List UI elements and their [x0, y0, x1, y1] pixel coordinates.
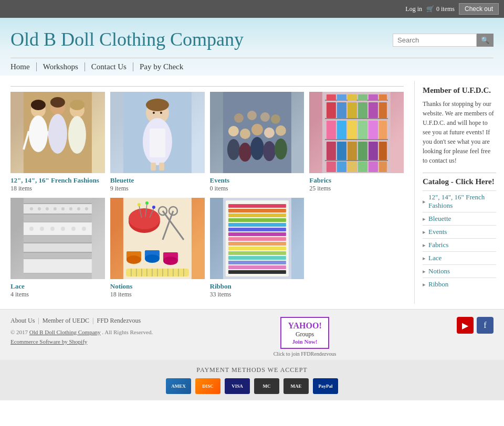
svg-point-76 — [38, 207, 41, 210]
sidebar-link-bleuette[interactable]: Bleuette — [428, 215, 451, 223]
svg-point-33 — [247, 111, 256, 120]
svg-rect-48 — [358, 102, 368, 118]
product-img-bleuette[interactable] — [110, 92, 205, 173]
svg-rect-72 — [24, 203, 92, 215]
sidebar-link-fabrics[interactable]: Fabrics — [428, 241, 448, 249]
svg-rect-146 — [228, 261, 286, 264]
cart-count: 0 items — [436, 5, 455, 13]
checkout-button[interactable]: Check out — [459, 3, 499, 15]
svg-rect-47 — [348, 102, 357, 118]
product-img-notions[interactable] — [110, 198, 205, 279]
svg-rect-138 — [228, 223, 286, 227]
footer-social: ▶ f — [457, 317, 494, 334]
product-title-ribbon[interactable]: Ribbon — [210, 282, 232, 290]
svg-point-102 — [138, 203, 141, 206]
member-uedc-link[interactable]: Member of UEDC — [43, 317, 89, 325]
svg-point-31 — [274, 139, 287, 159]
footer-rights: . All Rights Reserved. — [102, 329, 153, 335]
svg-point-79 — [61, 207, 65, 210]
svg-point-27 — [250, 137, 264, 160]
svg-rect-144 — [228, 251, 286, 255]
svg-point-16 — [146, 99, 169, 111]
footer-yahoo[interactable]: YAHOO! Groups Join Now! Click to join FF… — [274, 317, 337, 357]
product-title-french-fashions[interactable]: 12", 14", 16" French Fashions — [10, 176, 99, 184]
footer-copyright: © 2017 Old B Doll Clothing Company . All… — [10, 328, 153, 346]
visa-card: VISA — [225, 378, 250, 394]
svg-rect-136 — [228, 214, 286, 217]
footer-company-link[interactable]: Old B Doll Clothing Company — [29, 329, 101, 335]
svg-rect-67 — [348, 162, 357, 172]
product-title-lace[interactable]: Lace — [10, 282, 25, 290]
svg-rect-139 — [228, 228, 286, 231]
nav-workshops[interactable]: Workshops — [37, 62, 85, 71]
svg-rect-95 — [24, 258, 92, 274]
search-button[interactable]: 🔍 — [477, 34, 494, 47]
payment-icons: AMEX DISC VISA MC MAE PayPal — [10, 378, 494, 394]
sidebar-link-events[interactable]: Events — [428, 228, 447, 236]
ecommerce-link[interactable]: Ecommerce Software by Shopify — [10, 338, 87, 345]
ffd-rendezvous-link[interactable]: FFD Rendezvous — [97, 317, 141, 325]
svg-point-75 — [30, 207, 33, 210]
sidebar-link-french-fashions[interactable]: 12", 14", 16" French Fashions — [428, 193, 496, 210]
product-title-fabrics[interactable]: Fabrics — [309, 176, 331, 184]
product-img-lace[interactable] — [10, 198, 105, 279]
svg-rect-50 — [379, 102, 387, 118]
login-link[interactable]: Log in — [405, 5, 422, 13]
footer-links-row: About Us | Member of UEDC | FFD Rendezvo… — [10, 317, 153, 325]
sidebar-catalog-item-bleuette: Bleuette — [423, 212, 496, 225]
svg-point-82 — [85, 207, 88, 210]
search-input[interactable] — [393, 34, 477, 47]
svg-rect-145 — [228, 256, 286, 260]
svg-rect-40 — [348, 94, 357, 101]
svg-rect-137 — [228, 218, 286, 222]
top-bar: Log in 🛒 0 items Check out — [0, 0, 504, 18]
product-title-notions[interactable]: Notions — [110, 282, 133, 290]
product-item-lace: Lace 4 items — [10, 198, 105, 299]
about-us-link[interactable]: About Us — [10, 317, 35, 325]
svg-rect-20 — [159, 163, 164, 171]
yahoo-label: YAHOO! — [288, 321, 321, 331]
product-img-french-fashions[interactable] — [10, 92, 105, 173]
svg-rect-94 — [24, 252, 92, 253]
svg-rect-60 — [337, 142, 346, 160]
footer: About Us | Member of UEDC | FFD Rendezvo… — [0, 309, 504, 360]
content-divider — [10, 86, 404, 87]
sidebar-link-lace[interactable]: Lace — [428, 254, 442, 262]
svg-point-106 — [152, 206, 155, 209]
sidebar-link-ribbon[interactable]: Ribbon — [428, 280, 448, 289]
product-title-bleuette[interactable]: Bleuette — [110, 176, 134, 184]
svg-rect-52 — [327, 121, 336, 139]
nav-contact[interactable]: Contact Us — [85, 62, 133, 71]
product-count-fabrics: 25 items — [309, 185, 404, 193]
product-img-fabrics[interactable] — [309, 92, 404, 173]
product-img-ribbon[interactable] — [210, 198, 304, 279]
product-img-events[interactable] — [210, 92, 304, 173]
facebook-icon[interactable]: f — [477, 317, 494, 334]
header: Old B Doll Clothing Company 🔍 Home Works… — [0, 18, 504, 76]
svg-rect-135 — [228, 209, 286, 212]
svg-rect-42 — [369, 94, 378, 101]
svg-rect-92 — [24, 242, 92, 253]
svg-point-34 — [260, 112, 269, 122]
nav-pay-by-check[interactable]: Pay by Check — [133, 62, 190, 71]
svg-point-32 — [234, 113, 243, 123]
svg-rect-73 — [24, 203, 92, 204]
svg-point-29 — [262, 141, 275, 161]
svg-rect-98 — [123, 198, 192, 279]
footer-sep-2: | — [92, 317, 93, 325]
main-container: 12", 14", 16" French Fashions 18 items — [0, 76, 504, 309]
nav-home[interactable]: Home — [10, 62, 37, 71]
svg-rect-51 — [325, 139, 388, 140]
sidebar-catalog-item-events: Events — [423, 225, 496, 238]
product-item-notions: Notions 18 items — [110, 198, 205, 299]
svg-rect-83 — [24, 221, 92, 236]
svg-point-88 — [50, 227, 55, 231]
svg-rect-61 — [348, 142, 357, 160]
svg-point-100 — [129, 208, 160, 229]
svg-rect-45 — [327, 102, 336, 118]
svg-rect-64 — [379, 142, 387, 160]
svg-rect-62 — [358, 142, 368, 160]
product-title-events[interactable]: Events — [210, 176, 230, 184]
sidebar-link-notions[interactable]: Notions — [428, 267, 450, 275]
youtube-icon[interactable]: ▶ — [457, 317, 474, 334]
